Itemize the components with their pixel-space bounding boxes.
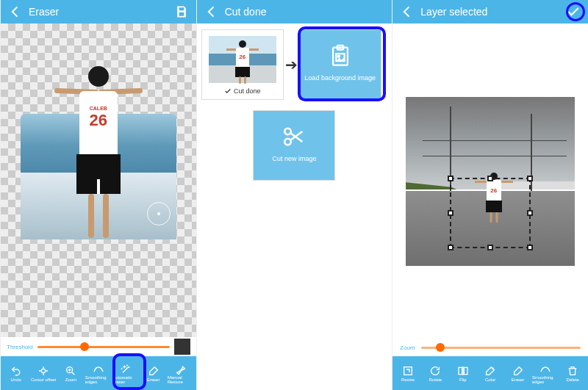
subject-image: CALEB 26 (21, 39, 177, 306)
tool-label: Rotate (429, 378, 442, 382)
screen-layer-selected: Layer selected 26 (392, 0, 588, 390)
tool-color[interactable]: Color (477, 365, 503, 382)
tool-delete[interactable]: Delete (559, 365, 586, 382)
svg-rect-9 (404, 366, 412, 375)
jersey-number: 26 (236, 48, 249, 60)
tool-eraser[interactable]: Eraser (140, 365, 167, 382)
svg-point-12 (492, 368, 493, 369)
cutout-thumbnail: 26 (209, 36, 276, 83)
save-icon[interactable] (174, 4, 189, 19)
resize-handle[interactable] (527, 210, 533, 216)
cut-new-label: Cut new image (272, 155, 316, 162)
back-icon[interactable] (400, 4, 415, 19)
topbar: Layer selected (392, 0, 588, 24)
tool-label: Cursor offset (31, 378, 56, 382)
cut-new-image-card[interactable]: Cut new image (253, 110, 335, 181)
tool-label: Zoom (65, 378, 76, 382)
back-icon[interactable] (204, 4, 219, 19)
svg-point-1 (41, 369, 45, 372)
tool-label: Smoothing edges (85, 375, 112, 384)
zoom-slider[interactable] (421, 347, 581, 349)
tool-label: Flip (459, 378, 467, 382)
tool-label: Smoothing edges (532, 375, 559, 384)
tool-label: Resize (401, 378, 415, 382)
screen-cut-done: Cut done 26 Cut done ➔ (196, 0, 392, 390)
tool-label: Eraser (512, 378, 525, 382)
tool-label: Undo (11, 378, 21, 382)
tool-label: Manual Restore (168, 375, 194, 384)
eraser-canvas[interactable]: CALEB 26 (1, 24, 196, 337)
threshold-slider[interactable] (37, 346, 170, 348)
tool-smoothing-edges[interactable]: Smoothing edges (532, 363, 559, 384)
cut-done-label: Cut done (234, 87, 261, 95)
zoom-bar: Zoom (392, 339, 588, 356)
svg-rect-10 (459, 367, 462, 374)
color-swatch[interactable] (174, 339, 190, 355)
tool-automatic-eraser[interactable]: Automatic eraser (112, 363, 139, 384)
content: 26 Cut done ➔ (197, 24, 392, 390)
tool-label: Color (485, 378, 495, 382)
tool-eraser[interactable]: Eraser (505, 365, 531, 382)
resize-handle[interactable] (527, 176, 533, 181)
toolstrip: Undo Cursor offset Zoom Smoothing edges … (1, 356, 196, 390)
zoom-label: Zoom (400, 344, 415, 351)
arrow-right-icon: ➔ (285, 56, 298, 73)
page-title: Eraser (29, 6, 59, 18)
toolstrip: Resize Rotate Flip Color Eraser Smoothin… (392, 356, 588, 390)
tool-label: Eraser (147, 378, 160, 382)
selection-box[interactable] (450, 178, 531, 249)
load-background-card[interactable]: Load background image (299, 29, 381, 100)
svg-rect-11 (464, 367, 467, 374)
tool-resize[interactable]: Resize (395, 365, 421, 382)
svg-point-6 (337, 56, 339, 57)
jersey-number: 26 (79, 111, 118, 130)
cut-done-card[interactable]: 26 Cut done (201, 29, 284, 100)
tool-label: Automatic eraser (112, 375, 139, 384)
topbar: Cut done (197, 0, 392, 24)
check-icon (224, 87, 232, 95)
threshold-bar: Threshold (1, 337, 196, 356)
back-icon[interactable] (8, 4, 23, 19)
tool-label: Delete (567, 378, 579, 382)
tool-manual-restore[interactable]: Manual Restore (168, 363, 194, 384)
resize-handle[interactable] (487, 245, 493, 250)
load-background-label: Load background image (304, 74, 376, 82)
tool-undo[interactable]: Undo (3, 365, 29, 382)
tool-flip[interactable]: Flip (450, 365, 476, 382)
scissors-icon (282, 124, 306, 149)
tool-zoom[interactable]: Zoom (57, 365, 84, 382)
threshold-label: Threshold (7, 344, 33, 350)
clipboard-image-icon (328, 43, 353, 68)
tool-smoothing-edges[interactable]: Smoothing edges (85, 363, 112, 384)
confirm-icon[interactable] (566, 4, 581, 19)
resize-handle[interactable] (448, 245, 453, 250)
svg-rect-0 (182, 7, 183, 10)
compositor-canvas[interactable]: 26 (392, 24, 588, 339)
screen-eraser: Eraser CALEB 26 Threshold (0, 0, 196, 390)
tool-cursor-offset[interactable]: Cursor offset (30, 365, 57, 382)
page-title: Cut done (225, 6, 267, 18)
jersey-name: CALEB (79, 91, 118, 111)
page-title: Layer selected (420, 6, 487, 18)
tool-rotate[interactable]: Rotate (422, 365, 448, 382)
resize-handle[interactable] (487, 176, 493, 181)
resize-handle[interactable] (448, 176, 453, 181)
resize-handle[interactable] (527, 245, 533, 250)
background-image: 26 (406, 97, 575, 266)
resize-handle[interactable] (448, 210, 453, 216)
topbar: Eraser (1, 0, 196, 24)
